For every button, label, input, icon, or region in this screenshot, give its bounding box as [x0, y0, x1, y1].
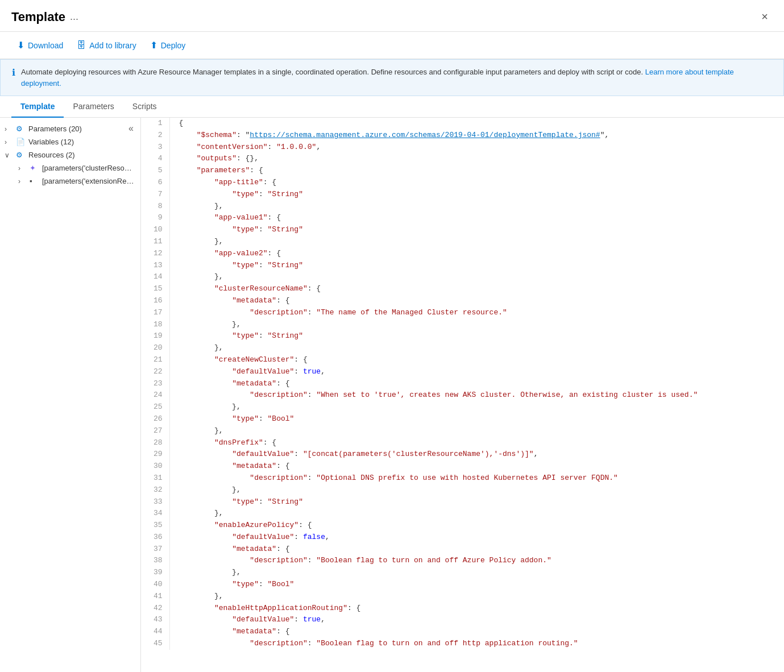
code-line: 41 },	[141, 591, 784, 603]
line-number: 16	[141, 295, 169, 307]
line-code: "enableHttpApplicationRouting": {	[169, 603, 784, 615]
line-code: "app-value2": {	[169, 248, 784, 260]
info-banner: ℹ Automate deploying resources with Azur…	[0, 59, 784, 96]
line-code: "metadata": {	[169, 544, 784, 555]
line-code: "outputs": {},	[169, 153, 784, 165]
page-title: Template	[11, 10, 65, 24]
code-line: 24 "description": "When set to 'true', c…	[141, 389, 784, 401]
sidebar-item-resources[interactable]: ∨ ⚙ Resources (2)	[0, 148, 140, 161]
code-line: 1{	[141, 118, 784, 130]
line-number: 13	[141, 260, 169, 272]
sidebar-item-kubernetes[interactable]: › ▪ [parameters('extensionResourceNa… (M…	[0, 175, 140, 188]
line-number: 20	[141, 342, 169, 354]
sidebar-item-container-service[interactable]: › ✦ [parameters('clusterResourceNam… (Mi…	[0, 161, 140, 175]
tab-parameters[interactable]: Parameters	[64, 96, 123, 118]
code-line: 12 "app-value2": {	[141, 248, 784, 260]
line-code: "metadata": {	[169, 295, 784, 307]
line-number: 31	[141, 472, 169, 484]
code-line: 11 },	[141, 236, 784, 248]
header: Template ... ×	[0, 0, 784, 32]
line-code: "type": "Bool"	[169, 413, 784, 425]
line-number: 27	[141, 425, 169, 437]
code-line: 44 "metadata": {	[141, 626, 784, 638]
code-line: 14 },	[141, 271, 784, 283]
parameters-label: Parameters (20)	[28, 125, 136, 133]
code-line: 27 },	[141, 425, 784, 437]
line-code: },	[169, 342, 784, 354]
line-number: 2	[141, 130, 169, 142]
library-icon: 🗄	[77, 40, 86, 51]
line-number: 8	[141, 201, 169, 213]
deploy-icon: ⬆	[150, 40, 157, 51]
code-line: 4 "outputs": {},	[141, 153, 784, 165]
sidebar-item-variables[interactable]: › 📄 Variables (12)	[0, 135, 140, 148]
tab-scripts[interactable]: Scripts	[123, 96, 166, 118]
line-code: },	[169, 201, 784, 213]
line-number: 17	[141, 307, 169, 319]
line-number: 36	[141, 532, 169, 544]
line-code: "type": "String"	[169, 224, 784, 236]
code-line: 6 "app-title": {	[141, 177, 784, 189]
tab-template[interactable]: Template	[11, 96, 64, 118]
main-content: « › ⚙ Parameters (20) › 📄 Variables (12)…	[0, 118, 784, 672]
container-service-icon: ✦	[30, 164, 40, 172]
line-number: 32	[141, 484, 169, 496]
chevron-right-icon: ›	[18, 177, 27, 185]
line-number: 39	[141, 567, 169, 579]
line-number: 25	[141, 401, 169, 413]
sidebar-item-parameters[interactable]: › ⚙ Parameters (20)	[0, 122, 140, 135]
code-line: 30 "metadata": {	[141, 461, 784, 472]
line-number: 6	[141, 177, 169, 189]
code-line: 2 "$schema": "https://schema.management.…	[141, 130, 784, 142]
line-code: "metadata": {	[169, 461, 784, 472]
line-number: 45	[141, 638, 169, 650]
close-button[interactable]: ×	[757, 8, 773, 26]
line-number: 19	[141, 330, 169, 342]
collapse-sidebar-button[interactable]: «	[126, 122, 136, 135]
line-code: "description": "Boolean flag to turn on …	[169, 638, 784, 650]
line-code: },	[169, 591, 784, 603]
line-code: "defaultValue": true,	[169, 614, 784, 626]
tabs-bar: Template Parameters Scripts	[0, 96, 784, 118]
info-icon: ℹ	[12, 67, 15, 78]
chevron-right-icon: ›	[5, 138, 14, 146]
line-code: "createNewCluster": {	[169, 354, 784, 366]
line-number: 42	[141, 603, 169, 615]
line-number: 41	[141, 591, 169, 603]
code-line: 39 },	[141, 567, 784, 579]
code-line: 9 "app-value1": {	[141, 212, 784, 224]
line-code: "defaultValue": false,	[169, 532, 784, 544]
download-icon: ⬇	[17, 40, 24, 51]
code-line: 42 "enableHttpApplicationRouting": {	[141, 603, 784, 615]
line-code: "description": "When set to 'true', crea…	[169, 389, 784, 401]
line-code: "dnsPrefix": {	[169, 437, 784, 449]
code-line: 33 "type": "String"	[141, 496, 784, 508]
vars-icon: 📄	[16, 138, 26, 146]
code-line: 10 "type": "String"	[141, 224, 784, 236]
header-left: Template ...	[11, 10, 78, 24]
deploy-button[interactable]: ⬆ Deploy	[144, 36, 192, 54]
line-code: },	[169, 319, 784, 331]
line-code: "type": "String"	[169, 189, 784, 201]
line-number: 7	[141, 189, 169, 201]
line-code: "enableAzurePolicy": {	[169, 520, 784, 532]
line-code: "metadata": {	[169, 626, 784, 638]
code-line: 43 "defaultValue": true,	[141, 614, 784, 626]
line-code: {	[169, 118, 784, 130]
line-number: 1	[141, 118, 169, 130]
line-number: 21	[141, 354, 169, 366]
line-number: 4	[141, 153, 169, 165]
code-line: 17 "description": "The name of the Manag…	[141, 307, 784, 319]
line-number: 26	[141, 413, 169, 425]
download-button[interactable]: ⬇ Download	[11, 36, 69, 54]
line-number: 29	[141, 449, 169, 461]
add-to-library-button[interactable]: 🗄 Add to library	[71, 37, 142, 54]
code-line: 45 "description": "Boolean flag to turn …	[141, 638, 784, 650]
code-line: 31 "description": "Optional DNS prefix t…	[141, 472, 784, 484]
line-code: "clusterResourceName": {	[169, 283, 784, 295]
code-line: 16 "metadata": {	[141, 295, 784, 307]
line-number: 18	[141, 319, 169, 331]
code-editor[interactable]: 1{2 "$schema": "https://schema.managemen…	[141, 118, 784, 672]
more-options-dots[interactable]: ...	[70, 11, 78, 23]
code-line: 34 },	[141, 508, 784, 520]
